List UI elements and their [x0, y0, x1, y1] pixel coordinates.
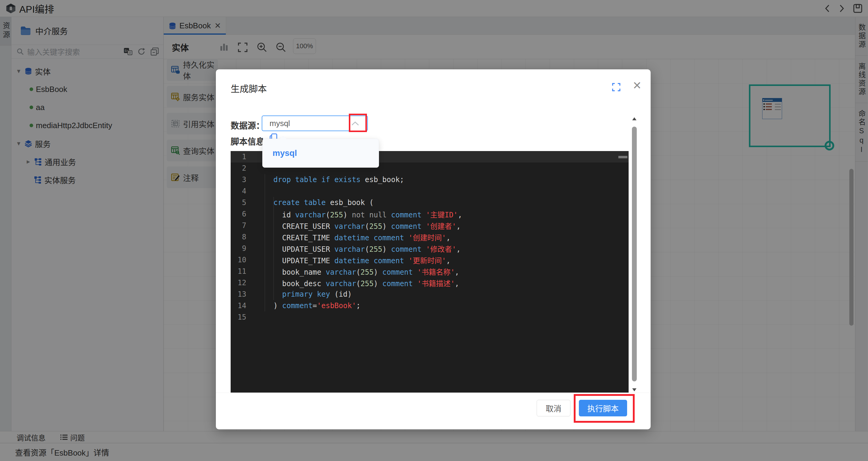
line-number: 6: [230, 210, 253, 218]
scroll-down-icon[interactable]: [632, 388, 637, 391]
line-number: 12: [230, 279, 253, 287]
code-text: book_desc varchar(255) comment '书籍描述',: [253, 278, 459, 288]
datasource-value: mysql: [270, 119, 290, 128]
code-text: UPDATE_USER varchar(255) comment '修改者',: [253, 243, 461, 254]
annotation-rect-run-button: [574, 394, 634, 423]
code-line-7: 7 CREATE_USER varchar(255) comment '创建者'…: [230, 220, 629, 231]
code-line-8: 8 CREATE_TIME datetime comment '创建时间',: [230, 231, 629, 243]
line-number: 15: [230, 313, 253, 321]
code-text: primary key (id): [253, 290, 352, 299]
line-number: 13: [230, 290, 253, 299]
code-text: CREATE_USER varchar(255) comment '创建者',: [253, 220, 461, 231]
code-line-9: 9 UPDATE_USER varchar(255) comment '修改者'…: [230, 243, 629, 254]
code-text: book_name varchar(255) comment '书籍名称',: [253, 266, 459, 277]
datasource-dropdown: mysql: [262, 139, 379, 167]
scroll-up-icon[interactable]: [632, 117, 637, 120]
code-text: drop table if exists esb_book;: [253, 176, 404, 184]
dropdown-arrow-notch: [280, 136, 287, 143]
code-line-4: 4: [230, 185, 629, 197]
scrollbar-thumb[interactable]: [632, 127, 637, 381]
modal-scrollbar[interactable]: [630, 116, 639, 393]
modal-fullscreen-icon[interactable]: [612, 83, 621, 92]
line-number: 14: [230, 302, 253, 310]
code-line-3: 3 drop table if exists esb_book;: [230, 174, 629, 185]
code-line-5: 5 create table esb_book (: [230, 197, 629, 208]
cancel-button[interactable]: 取消: [537, 400, 570, 417]
code-line-6: 6 id varchar(255) not null comment '主键ID…: [230, 208, 629, 220]
code-line-12: 12 book_desc varchar(255) comment '书籍描述'…: [230, 277, 629, 288]
line-number: 5: [230, 198, 253, 207]
dropdown-options: mysql: [262, 148, 297, 158]
code-text: CREATE_TIME datetime comment '创建时间',: [253, 232, 451, 242]
line-number: 2: [230, 164, 253, 173]
script-info-label: 脚本信息: [230, 135, 265, 147]
line-number: 10: [230, 256, 253, 264]
line-number: 7: [230, 221, 253, 230]
line-number: 9: [230, 244, 253, 253]
line-number: 1: [230, 153, 253, 161]
code-lines: 123 drop table if exists esb_book;45 cre…: [230, 151, 629, 323]
line-number: 11: [230, 267, 253, 276]
script-code-editor[interactable]: 123 drop table if exists esb_book;45 cre…: [230, 151, 629, 393]
editor-scroll-marker: [618, 156, 627, 158]
modal-title: 生成脚本: [230, 82, 267, 95]
code-line-13: 13 primary key (id): [230, 288, 629, 300]
code-line-11: 11 book_name varchar(255) comment '书籍名称'…: [230, 266, 629, 277]
modal-close-icon[interactable]: ✕: [632, 80, 642, 91]
code-text: UPDATE_TIME datetime comment '更新时间',: [253, 255, 451, 265]
line-number: 8: [230, 233, 253, 241]
datasource-label: 数据源：: [230, 119, 265, 131]
generate-script-modal: 生成脚本 ✕ 数据源： mysql 脚本信息 123 drop table if…: [216, 69, 651, 429]
line-number: 4: [230, 187, 253, 195]
annotation-rect-datasource-arrow: [349, 114, 367, 132]
code-text: id varchar(255) not null comment '主键ID',: [253, 209, 462, 219]
code-text: create table esb_book (: [253, 198, 374, 207]
app-window: API编排 资源 中介服务 输入关键字搜索 En文: [0, 0, 868, 461]
code-line-10: 10 UPDATE_TIME datetime comment '更新时间',: [230, 254, 629, 266]
line-number: 3: [230, 176, 253, 184]
code-line-14: 14 ) comment='esbBook';: [230, 300, 629, 311]
code-line-15: 15: [230, 311, 629, 323]
dropdown-option-mysql[interactable]: mysql: [273, 148, 297, 158]
code-text: ) comment='esbBook';: [253, 302, 361, 310]
